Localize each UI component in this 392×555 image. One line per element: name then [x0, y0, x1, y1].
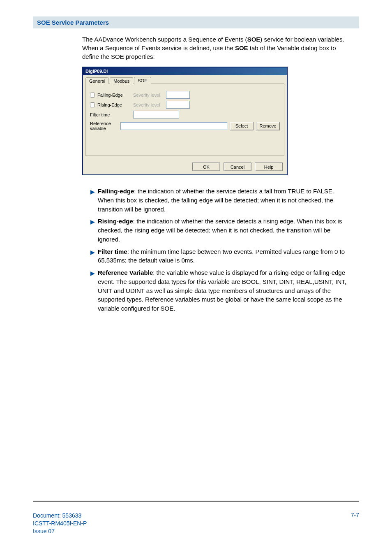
bullet-term: Reference Variable	[98, 269, 153, 276]
bullet-falling-edge: ▶ Falling-edge: the indication of whethe…	[90, 187, 351, 214]
bullet-term: Falling-edge	[98, 188, 134, 195]
row-rising-edge: Rising-Edge Severity level	[90, 101, 280, 109]
select-button[interactable]: Select	[230, 122, 254, 130]
bullet-rising-edge: ▶ Rising-edge: the indication of whether…	[90, 217, 351, 244]
doc-info: Document: 553633 ICSTT-RM405f-EN-P Issue…	[33, 512, 87, 535]
arrow-icon: ▶	[90, 247, 98, 265]
tab-panel-soe: Falling-Edge Severity level Rising-Edge …	[85, 84, 284, 156]
doc-line-3: Issue 07	[33, 527, 87, 535]
rising-edge-checkbox[interactable]	[90, 102, 95, 107]
filter-time-input[interactable]	[133, 111, 179, 118]
help-button[interactable]: Help	[255, 163, 283, 171]
remove-button[interactable]: Remove	[256, 122, 280, 130]
page-number: 7-7	[351, 512, 359, 518]
tab-soe[interactable]: SOE	[134, 77, 151, 84]
bullet-list: ▶ Falling-edge: the indication of whethe…	[90, 187, 351, 313]
soe-dialog: DigIP09.DI General Modbus SOE Falling-Ed…	[82, 67, 288, 175]
tab-general[interactable]: General	[85, 77, 109, 84]
severity-label-2: Severity level	[133, 102, 166, 107]
page-footer: Document: 553633 ICSTT-RM405f-EN-P Issue…	[33, 512, 359, 535]
falling-edge-label: Falling-Edge	[97, 93, 123, 98]
dialog-body: General Modbus SOE Falling-Edge Severity…	[83, 75, 287, 159]
intro-paragraph: The AADvance Workbench supports a Sequen…	[82, 35, 351, 61]
bullet-filter-time: ▶ Filter time: the minimum time lapse be…	[90, 247, 351, 265]
bullet-text: : the indication of whether the service …	[98, 218, 342, 243]
bullet-text: : the minimum time lapse between two eve…	[98, 248, 345, 264]
reference-label: Reference variable	[90, 121, 118, 131]
rising-severity-input[interactable]	[166, 101, 190, 109]
arrow-icon: ▶	[90, 268, 98, 313]
doc-line-2: ICSTT-RM405f-EN-P	[33, 520, 87, 527]
bullet-term: Filter time	[98, 248, 127, 255]
reference-input[interactable]	[120, 122, 227, 130]
tab-strip: General Modbus SOE	[85, 77, 284, 84]
row-falling-edge: Falling-Edge Severity level	[90, 91, 280, 99]
ok-button[interactable]: OK	[192, 163, 220, 171]
intro-soe2: SOE	[235, 44, 248, 51]
doc-line-1: Document: 553633	[33, 512, 87, 520]
row-reference-variable: Reference variable Select Remove	[90, 121, 280, 131]
severity-label-1: Severity level	[133, 93, 166, 98]
intro-pre: The AADvance Workbench supports a Sequen…	[82, 36, 247, 43]
cancel-button[interactable]: Cancel	[224, 163, 251, 171]
bullet-term: Rising-edge	[98, 218, 133, 225]
section-heading: SOE Service Parameters	[33, 16, 359, 28]
footer-rule	[33, 501, 359, 502]
dialog-title: DigIP09.DI	[83, 67, 287, 75]
falling-edge-checkbox[interactable]	[90, 93, 95, 98]
dialog-footer: OK Cancel Help	[83, 159, 287, 174]
arrow-icon: ▶	[90, 217, 98, 244]
arrow-icon: ▶	[90, 187, 98, 214]
bullet-reference-variable: ▶ Reference Variable: the variable whose…	[90, 268, 351, 313]
falling-severity-input[interactable]	[166, 91, 190, 99]
filter-time-label: Filter time	[90, 112, 133, 117]
intro-soe1: SOE	[247, 36, 261, 43]
row-filter-time: Filter time	[90, 111, 280, 118]
tab-modbus[interactable]: Modbus	[110, 77, 133, 84]
rising-edge-label: Rising-Edge	[97, 102, 122, 107]
